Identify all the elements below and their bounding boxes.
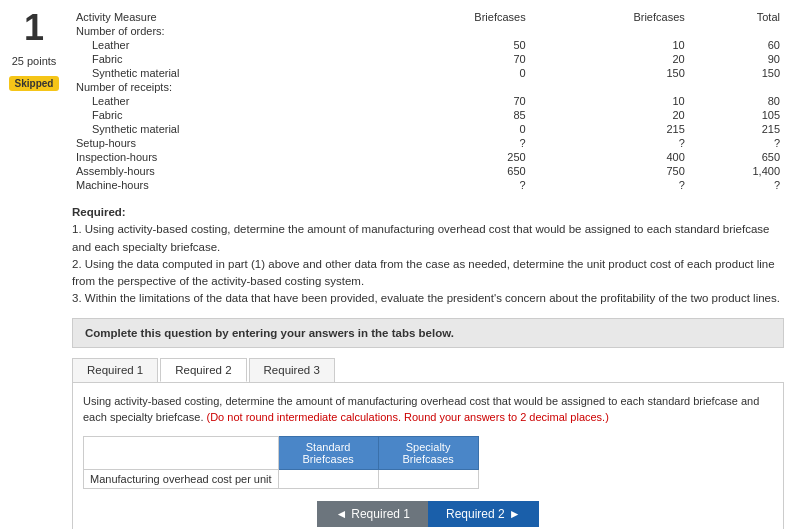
tabs-row: Required 1 Required 2 Required 3	[72, 358, 784, 383]
answer-row: Manufacturing overhead cost per unit	[84, 469, 479, 488]
table-row: Assembly-hours 650 750 1,400	[72, 164, 784, 178]
next-button-label: Required 2	[446, 507, 505, 521]
complete-box-text: Complete this question by entering your …	[85, 327, 454, 339]
col-header-standard-briefcases: StandardBriefcases	[278, 436, 378, 469]
tab-required-3[interactable]: Required 3	[249, 358, 335, 382]
points-label: 25 points	[12, 54, 57, 68]
tab-content: Using activity-based costing, determine …	[72, 383, 784, 530]
required-item-3: 3. Within the limitations of the data th…	[72, 292, 780, 304]
required-title: Required:	[72, 206, 126, 218]
table-row: Fabric 70 20 90	[72, 52, 784, 66]
empty-header	[84, 436, 279, 469]
col-header-standard: Briefcases	[371, 10, 530, 24]
prev-button[interactable]: ◄ Required 1	[317, 501, 428, 527]
prev-button-label: Required 1	[351, 507, 410, 521]
required-item-2: 2. Using the data computed in part (1) a…	[72, 258, 775, 287]
skipped-badge: Skipped	[9, 76, 60, 91]
col-header-specialty: Briefcases	[530, 10, 689, 24]
section-orders-label: Number of orders:	[72, 24, 784, 38]
col-header-activity: Activity Measure	[72, 10, 371, 24]
standard-briefcase-input[interactable]	[285, 473, 372, 485]
specialty-input-cell[interactable]	[378, 469, 478, 488]
answer-table: StandardBriefcases SpecialtyBriefcases M…	[83, 436, 479, 489]
table-row: Leather 50 10 60	[72, 38, 784, 52]
section-receipts-label: Number of receipts:	[72, 80, 784, 94]
table-row: Leather 70 10 80	[72, 94, 784, 108]
next-arrow-icon: ►	[509, 507, 521, 521]
table-row: Setup-hours ? ? ?	[72, 136, 784, 150]
tab-required-2[interactable]: Required 2	[160, 358, 246, 382]
prev-arrow-icon: ◄	[335, 507, 347, 521]
question-number: 1	[24, 10, 44, 46]
table-row: Synthetic material 0 150 150	[72, 66, 784, 80]
required-section: Required: 1. Using activity-based costin…	[72, 204, 784, 308]
col-header-total: Total	[689, 10, 784, 24]
table-row: Inspection-hours 250 400 650	[72, 150, 784, 164]
table-row: Fabric 85 20 105	[72, 108, 784, 122]
complete-box: Complete this question by entering your …	[72, 318, 784, 348]
row-label-mfg-overhead: Manufacturing overhead cost per unit	[84, 469, 279, 488]
left-panel: 1 25 points Skipped	[0, 0, 68, 529]
required-item-1: 1. Using activity-based costing, determi…	[72, 223, 769, 252]
activity-table: Activity Measure Briefcases Briefcases T…	[72, 10, 784, 192]
instruction-text: Using activity-based costing, determine …	[83, 393, 773, 426]
nav-buttons: ◄ Required 1 Required 2 ►	[83, 501, 773, 527]
specialty-briefcase-input[interactable]	[385, 473, 472, 485]
tab-required-1[interactable]: Required 1	[72, 358, 158, 382]
col-header-specialty-briefcases: SpecialtyBriefcases	[378, 436, 478, 469]
page-container: 1 25 points Skipped Activity Measure Bri…	[0, 0, 794, 529]
main-content: Activity Measure Briefcases Briefcases T…	[68, 0, 794, 529]
no-round-warning: (Do not round intermediate calculations.…	[207, 411, 609, 423]
table-row: Synthetic material 0 215 215	[72, 122, 784, 136]
next-button[interactable]: Required 2 ►	[428, 501, 539, 527]
table-row: Machine-hours ? ? ?	[72, 178, 784, 192]
standard-input-cell[interactable]	[278, 469, 378, 488]
